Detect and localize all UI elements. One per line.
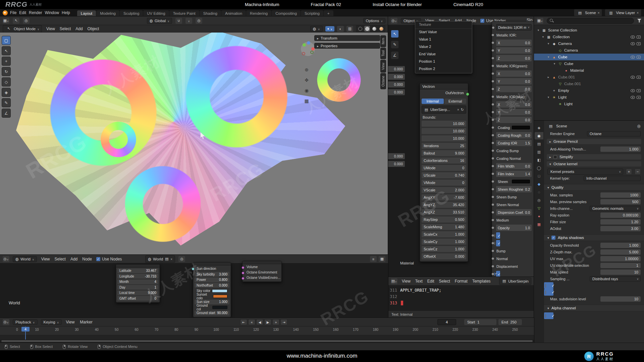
property-field[interactable]: 1.000 — [600, 243, 641, 248]
world-editor-menu[interactable]: Add — [69, 257, 78, 261]
outliner-row[interactable]: Light — [534, 101, 644, 107]
viewport-canvas[interactable]: ▢ ↖ + ↻ ◇ ◈ ✎ ∠ ⊕ ✥ ◉ ▦ Transform Prope — [0, 33, 388, 255]
display-mode-icon[interactable] — [537, 18, 543, 24]
timeline-marker-menu[interactable]: Marker — [79, 320, 93, 324]
kernel-presets-dropdown[interactable]: Kernel presets — [547, 169, 623, 175]
workspace-tab[interactable]: Sculpting — [120, 10, 143, 16]
view-layer-selector[interactable]: View Layer — [605, 9, 641, 16]
param-checkbox[interactable] — [494, 273, 495, 276]
material-param-row[interactable]: Dielectric 1|IOR map — [496, 24, 532, 31]
use-nodes-toggle[interactable]: Use Nodes — [96, 257, 122, 261]
workspace-tab[interactable]: Scripting — [301, 10, 323, 16]
color-swatch[interactable] — [212, 289, 227, 293]
property-field[interactable]: Distributed rays — [590, 276, 641, 282]
anti-aliasing-field[interactable]: 1.000 — [600, 146, 641, 152]
sun-param-row[interactable]: Latitude 33.467 — [117, 268, 158, 273]
material-param-row[interactable]: Bump — [496, 248, 532, 254]
workspace-tab[interactable]: Layout — [77, 10, 96, 16]
transform-orientation-dropdown[interactable]: Global — [147, 18, 172, 24]
material-param-row[interactable]: Z 0.0 — [496, 86, 532, 92]
filter-icon[interactable] — [637, 19, 641, 22]
vectron-param-row[interactable]: RayStep 0.500 — [422, 217, 466, 223]
tab-view-layer[interactable]: ▥ — [535, 148, 543, 156]
remove-preset-button[interactable] — [635, 169, 641, 175]
vectron-param-row[interactable]: ScaleCz 1.000 — [422, 246, 466, 252]
property-row[interactable]: UV max. 1.00000 — [544, 255, 644, 262]
play-reverse-button[interactable]: ◀ — [256, 319, 263, 325]
vectron-param-row[interactable]: AngYZ 35.420 — [422, 202, 466, 208]
sun-param-row[interactable]: Local time 9.000 — [117, 291, 158, 295]
timeline-track[interactable] — [0, 335, 534, 340]
text-editor-menu[interactable]: Text — [414, 279, 424, 284]
material-param-row[interactable]: Displacement — [496, 263, 532, 269]
property-checkbox[interactable] — [545, 314, 546, 318]
viewport-menu[interactable]: Add — [74, 26, 84, 31]
property-row[interactable]: Sampling ... Distributed rays — [544, 276, 644, 282]
hide-in-viewport-icon[interactable] — [631, 56, 635, 59]
outliner-row[interactable]: ▾ Camera — [534, 40, 644, 47]
code-line[interactable]: 313 — [388, 300, 534, 306]
snap-toggle[interactable] — [175, 18, 182, 24]
workspace-tab[interactable]: Texture Paint — [169, 10, 199, 16]
vectron-param-row[interactable]: ScaleCx 1.000 — [422, 231, 466, 237]
reload-script-icon[interactable] — [461, 108, 464, 112]
keying-dropdown[interactable]: Keying — [41, 319, 62, 325]
object-visibility-dropdown[interactable] — [310, 26, 323, 32]
tool-move[interactable]: + — [2, 57, 11, 66]
expander-icon[interactable]: ▾ — [547, 42, 550, 45]
timeline-scrollbar[interactable] — [0, 340, 534, 343]
render-engine-dropdown[interactable]: Octane — [587, 131, 641, 136]
property-row[interactable]: Opacity threshold 1.000 — [544, 242, 644, 249]
shading-material[interactable] — [371, 26, 377, 32]
editor-type-icon[interactable] — [391, 18, 397, 24]
property-field[interactable]: 1 — [600, 263, 641, 268]
timeline-view-menu[interactable]: View — [65, 320, 76, 324]
outliner-row[interactable]: Empty — [534, 87, 644, 94]
vectron-tab[interactable]: Internal — [422, 99, 444, 104]
tool-option-icon[interactable] — [23, 18, 30, 24]
tab-constraints[interactable]: ◎ — [535, 196, 543, 204]
playhead-frame-badge[interactable]: 4 — [21, 327, 30, 331]
section-quality[interactable]: Quality — [544, 184, 644, 191]
section-alpha-channel[interactable]: Alpha channel — [544, 305, 644, 311]
sun-param-row[interactable]: Longitude -30.733 — [117, 274, 158, 279]
tab-object-data[interactable]: ▽ — [535, 204, 543, 212]
playback-dropdown[interactable]: Playback — [13, 319, 38, 325]
tab-world[interactable]: ◯ — [535, 164, 543, 172]
vectron-param-row[interactable]: ScaleMeng 1.480 — [422, 224, 466, 230]
npanel-transform[interactable]: Transform — [314, 35, 380, 41]
shading-solid[interactable] — [364, 26, 370, 32]
tab-texture[interactable]: ▦ — [535, 221, 543, 228]
pan-icon[interactable]: ✥ — [303, 76, 310, 84]
text-datablock-dropdown[interactable]: UberSierpin — [499, 278, 531, 285]
property-field[interactable]: 10 — [600, 269, 641, 275]
material-param-row[interactable]: Coating Rough 0.0 — [496, 132, 532, 138]
node-tool-measure[interactable]: ∠ — [391, 51, 399, 59]
vectron-node-title[interactable]: Vectron — [420, 83, 468, 89]
viewport-3d[interactable]: Global Options Object Mode ViewSelectAdd… — [0, 16, 388, 255]
material-param-row[interactable]: Metallic IOR(green): — [496, 63, 532, 69]
npanel-tab[interactable]: Tool — [380, 48, 386, 59]
workspace-tab[interactable]: Animation — [221, 10, 246, 16]
viewport-menu[interactable]: Select — [59, 26, 72, 31]
property-checkbox[interactable] — [545, 284, 546, 288]
color-swatch[interactable] — [512, 180, 530, 183]
unlink-scene-icon[interactable] — [598, 11, 600, 15]
material-param-row[interactable]: Fake Shadows — [496, 232, 500, 239]
material-param-row[interactable]: Film Index 1.4 — [496, 171, 532, 177]
material-param-row[interactable]: X 0.0 — [496, 101, 532, 108]
material-param-row[interactable]: Normal — [496, 255, 532, 262]
text-editor-menu[interactable]: Format — [454, 279, 469, 284]
world-output-node[interactable]: VolumeOctane EnvironmentOctane VisibleEn… — [242, 261, 282, 282]
material-param-row[interactable]: Film Width 0.0 — [496, 163, 532, 169]
snap-dropdown[interactable] — [185, 18, 192, 24]
color-swatch[interactable] — [213, 295, 227, 298]
material-param-row[interactable]: Z 0.0 — [496, 55, 532, 61]
outliner[interactable]: ▾ Scene Collection ▾ Collection — [534, 16, 644, 121]
code-line[interactable]: 311 APPLY_ORBIT_TRAP; — [388, 287, 534, 293]
pin-icon[interactable] — [178, 256, 185, 262]
sun-param-row[interactable]: GMT offset 0 — [117, 296, 158, 301]
property-field[interactable]: 10 — [600, 296, 641, 302]
previous-keyframe-button[interactable]: « — [248, 319, 255, 325]
material-param-row[interactable]: Coating IOR 1.5 — [496, 140, 532, 146]
